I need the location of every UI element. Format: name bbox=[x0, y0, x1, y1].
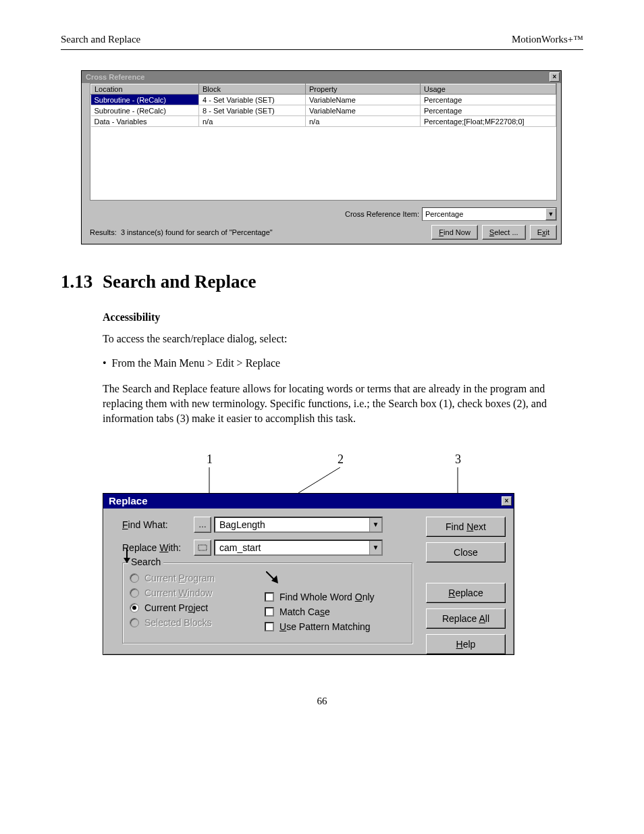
cell[interactable]: Subroutine - (ReCalc) bbox=[91, 105, 199, 116]
close-button[interactable]: Close bbox=[426, 542, 506, 563]
radio-icon[interactable] bbox=[130, 603, 139, 613]
callout-lines bbox=[103, 467, 514, 494]
cell[interactable]: 8 - Set Variable (SET) bbox=[199, 105, 306, 116]
cell[interactable]: VariableName bbox=[306, 105, 421, 116]
select-button[interactable]: Select ... bbox=[482, 225, 526, 240]
replace-window: Replace × Find What: … ▼ Replace With: ▼ bbox=[103, 493, 514, 655]
col-property[interactable]: Property bbox=[306, 84, 421, 95]
replace-with-input[interactable] bbox=[215, 541, 369, 554]
radio-icon bbox=[130, 618, 139, 627]
find-next-button[interactable]: Find Next bbox=[426, 517, 506, 537]
find-now-button[interactable]: Find Now bbox=[431, 225, 477, 240]
checkbox-icon[interactable] bbox=[265, 622, 274, 631]
replace-titlebar: Replace × bbox=[103, 494, 514, 509]
arrow-down-icon bbox=[122, 548, 132, 563]
page-number: 66 bbox=[61, 696, 583, 707]
exit-button[interactable]: Exit bbox=[530, 225, 557, 240]
find-what-input[interactable] bbox=[215, 518, 369, 531]
close-icon[interactable]: × bbox=[549, 72, 560, 82]
svg-rect-3 bbox=[198, 545, 207, 550]
list-icon bbox=[198, 544, 207, 551]
svg-line-1 bbox=[298, 467, 340, 493]
callout-1: 1 bbox=[207, 452, 213, 467]
cell[interactable]: Percentage;[Float;MF22708;0] bbox=[421, 116, 556, 127]
cell[interactable]: n/a bbox=[199, 116, 306, 127]
crossref-window: Cross Reference × Location Block Propert… bbox=[81, 70, 562, 244]
cri-combo[interactable]: ▼ bbox=[422, 207, 557, 221]
replace-button[interactable]: Replace bbox=[426, 583, 506, 603]
find-what-combo[interactable]: ▼ bbox=[214, 517, 383, 533]
groupbox-title: Search bbox=[128, 556, 163, 567]
replace-title-text: Replace bbox=[109, 495, 502, 506]
table-row[interactable]: Subroutine - (ReCalc) 4 - Set Variable (… bbox=[91, 95, 556, 105]
chevron-down-icon[interactable]: ▼ bbox=[545, 208, 556, 220]
cell[interactable]: 4 - Set Variable (SET) bbox=[199, 95, 306, 105]
find-what-label: Find What: bbox=[122, 519, 194, 530]
header-rule bbox=[61, 49, 583, 50]
bullet-menu-path: • From the Main Menu > Edit > Replace bbox=[103, 357, 583, 369]
close-icon[interactable]: × bbox=[502, 496, 512, 506]
header-right: MotionWorks+™ bbox=[512, 34, 583, 45]
check-match-case[interactable]: Match Case bbox=[265, 606, 405, 617]
para-access: To access the search/replace dialog, sel… bbox=[103, 332, 583, 346]
cell[interactable]: Subroutine - (ReCalc) bbox=[91, 95, 199, 105]
cri-label: Cross Reference Item: bbox=[345, 210, 419, 218]
col-usage[interactable]: Usage bbox=[421, 84, 556, 95]
col-location[interactable]: Location bbox=[91, 84, 199, 95]
replace-browse-button[interactable] bbox=[194, 540, 211, 556]
crossref-grid[interactable]: Location Block Property Usage Subroutine… bbox=[90, 83, 557, 201]
header-left: Search and Replace bbox=[61, 34, 140, 45]
crossref-title-text: Cross Reference bbox=[86, 73, 549, 81]
cell[interactable]: VariableName bbox=[306, 95, 421, 105]
replace-all-button[interactable]: Replace All bbox=[426, 608, 506, 629]
results-label: Results: 3 instance(s) found for search … bbox=[90, 228, 273, 236]
table-row[interactable]: Subroutine - (ReCalc) 8 - Set Variable (… bbox=[91, 105, 556, 116]
arrow-down-right-icon bbox=[266, 571, 281, 583]
cell[interactable]: Data - Variables bbox=[91, 116, 199, 127]
col-block[interactable]: Block bbox=[199, 84, 306, 95]
cell[interactable]: Percentage bbox=[421, 105, 556, 116]
chevron-down-icon[interactable]: ▼ bbox=[369, 541, 381, 554]
radio-icon bbox=[130, 573, 139, 583]
replace-with-combo[interactable]: ▼ bbox=[214, 540, 383, 556]
para-description: The Search and Replace feature allows fo… bbox=[103, 382, 583, 427]
replace-with-label: Replace With: bbox=[122, 542, 194, 553]
radio-current-window: Current Window bbox=[130, 588, 265, 598]
checkbox-icon[interactable] bbox=[265, 592, 274, 602]
cell[interactable]: Percentage bbox=[421, 95, 556, 105]
check-pattern[interactable]: Use Pattern Matching bbox=[265, 621, 405, 632]
svg-marker-7 bbox=[271, 575, 278, 583]
callout-3: 3 bbox=[455, 452, 461, 467]
crossref-titlebar: Cross Reference × bbox=[82, 71, 561, 83]
checkbox-icon[interactable] bbox=[265, 607, 274, 617]
radio-selected-blocks: Selected Blocks bbox=[130, 617, 265, 628]
check-whole-word[interactable]: Find Whole Word Only bbox=[265, 592, 405, 602]
cell[interactable]: n/a bbox=[306, 116, 421, 127]
cri-input[interactable] bbox=[423, 208, 545, 220]
table-row[interactable]: Data - Variables n/a n/a Percentage;[Flo… bbox=[91, 116, 556, 127]
chevron-down-icon[interactable]: ▼ bbox=[369, 518, 381, 531]
svg-marker-5 bbox=[124, 558, 130, 563]
search-groupbox: Search Current Program Current Window bbox=[122, 563, 412, 644]
help-button[interactable]: Help bbox=[426, 634, 506, 654]
radio-icon bbox=[130, 588, 139, 598]
radio-current-project[interactable]: Current Project bbox=[130, 602, 265, 613]
find-browse-button[interactable]: … bbox=[194, 517, 211, 533]
radio-current-program: Current Program bbox=[130, 573, 265, 583]
section-heading: 1.13Search and Replace bbox=[61, 271, 583, 292]
callouts: 1 2 3 bbox=[103, 452, 514, 493]
callout-2: 2 bbox=[338, 452, 344, 467]
subheading-accessibility: Accessibility bbox=[103, 311, 583, 323]
